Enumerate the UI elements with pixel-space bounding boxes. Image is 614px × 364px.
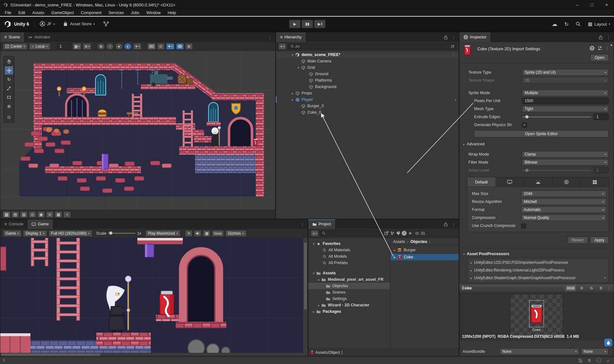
hierarchy-item-scene[interactable]: ▾ demo_scene_FREE* ⋮	[276, 52, 459, 58]
apply-button[interactable]: Apply	[590, 237, 609, 244]
menu-services[interactable]: Services	[105, 11, 127, 15]
search-icon[interactable]	[576, 21, 581, 27]
hierarchy-menu-kebab[interactable]: ⋮	[451, 35, 456, 40]
preview-header[interactable]: Coke RGB R G B ⋮	[459, 284, 614, 292]
visible-count[interactable]: 31	[415, 231, 425, 236]
pixels-per-unit-field[interactable]: 1500	[522, 98, 609, 104]
vsync-toggle[interactable]: ☀	[185, 230, 192, 237]
channel-r-button[interactable]: R	[578, 285, 586, 291]
tab-scene[interactable]: # Scene	[0, 32, 24, 42]
platform-tab-windows[interactable]	[581, 177, 609, 187]
foldout-caret-icon[interactable]: ▾	[296, 66, 301, 69]
layers-dropdown[interactable]: ✦▾	[166, 43, 174, 50]
use-crunch-checkbox[interactable]	[521, 223, 526, 228]
wireframe-mode-button[interactable]: ○	[106, 43, 114, 50]
shadows-toggle-button[interactable]: ●	[115, 43, 123, 50]
step-button[interactable]: ▶	[314, 20, 326, 28]
assetbundle-variant-dropdown[interactable]: None▾	[581, 348, 609, 355]
preview-drag-handle[interactable]	[474, 287, 563, 289]
menu-assets[interactable]: Assets	[29, 11, 48, 15]
foldout-caret-icon[interactable]: ▸	[290, 92, 295, 95]
help-icon[interactable]: ?	[590, 46, 594, 51]
mute-audio-toggle[interactable]	[194, 230, 201, 237]
metrics-toggle[interactable]: ▦	[203, 230, 210, 237]
scene-visibility-button[interactable]	[176, 43, 184, 50]
breadcrumb-assets[interactable]: Assets	[393, 239, 405, 244]
create-object-dropdown[interactable]: +▾	[279, 43, 286, 50]
display-dropdown[interactable]: Display 1▾	[23, 230, 47, 237]
foldout-caret-icon[interactable]: ▸	[290, 98, 295, 101]
version-control-icon[interactable]	[103, 21, 109, 27]
tile-picker-tool[interactable]: ⊙	[46, 211, 53, 218]
assetbundle-dropdown[interactable]: None▾	[500, 348, 579, 355]
scene-viewport[interactable]: ↻ ⊕ ⊙	[0, 51, 275, 210]
menu-window[interactable]: Window	[143, 11, 164, 15]
menu-jobs[interactable]: Jobs	[127, 11, 143, 15]
tile-select-tool[interactable]: ▥	[3, 211, 10, 218]
tile-extra-tool[interactable]: +	[63, 211, 71, 218]
project-folder-objectes[interactable]: Objectes	[308, 283, 390, 289]
tab-project[interactable]: Project	[308, 219, 335, 229]
transform-tool-button[interactable]: ⊕	[5, 102, 13, 110]
compression-dropdown[interactable]: Normal Quality▾	[521, 214, 606, 221]
menu-edit[interactable]: Edit	[15, 11, 29, 15]
project-menu-kebab[interactable]: ⋮	[451, 222, 456, 227]
tile-move-tool[interactable]: ▤	[12, 211, 19, 218]
channel-rgb-button[interactable]: RGB	[566, 285, 576, 291]
project-folder-scenes[interactable]: Scenes	[308, 289, 390, 295]
close-button[interactable]: ×	[599, 0, 614, 10]
hierarchy-item-background[interactable]: Background	[276, 84, 459, 90]
generate-physics-checkbox[interactable]: ✓	[522, 123, 527, 127]
platform-tab-web[interactable]	[553, 177, 581, 187]
layers-status-icon[interactable]: ≣	[588, 358, 591, 363]
project-packages-root[interactable]: ▸ Packages	[308, 308, 390, 315]
tile-fill-tool[interactable]: ▣	[37, 211, 45, 218]
rect-tool-button[interactable]	[5, 93, 13, 101]
advanced-foldout[interactable]: ▸ Advanced	[463, 142, 485, 146]
inspector-menu-kebab[interactable]: ⋮	[606, 35, 610, 40]
project-file-burger[interactable]: ▸ Burger	[391, 247, 459, 253]
menu-help[interactable]: Help	[164, 11, 180, 15]
scale-tool-button[interactable]	[5, 84, 13, 93]
filter-mode-dropdown[interactable]: Bilinear▾	[522, 159, 609, 166]
tile-erase-tool[interactable]: ▩	[55, 211, 62, 218]
hierarchy-item-ground[interactable]: Ground	[276, 71, 459, 77]
hand-tool-button[interactable]	[5, 57, 13, 66]
shaded-mode-button[interactable]: ⊕	[97, 43, 105, 50]
snap-increment-field[interactable]: 1	[57, 43, 71, 50]
pause-button[interactable]: ▮▮	[302, 20, 313, 28]
mesh-type-dropdown[interactable]: Tight▾	[522, 106, 609, 112]
status-ok-icon[interactable]: ✓	[596, 358, 601, 363]
revert-button[interactable]: Revert	[568, 237, 588, 244]
2d-toggle-button[interactable]: 2D	[148, 43, 156, 50]
game-view-dropdown[interactable]: Game▾	[3, 230, 21, 237]
tile-brush-tool[interactable]: ▨	[20, 211, 28, 218]
platform-tab-standalone[interactable]	[496, 177, 524, 187]
preset-icon[interactable]	[598, 46, 602, 50]
breadcrumb-objectes[interactable]: Objectes	[410, 239, 427, 244]
hierarchy-search-input[interactable]: All	[288, 44, 456, 49]
custom-tool-button[interactable]: ⊙	[5, 113, 13, 121]
history-icon[interactable]: ↻	[564, 21, 569, 27]
tab-console[interactable]: ≡ Console	[0, 219, 28, 229]
channel-g-button[interactable]: G	[588, 285, 595, 291]
format-dropdown[interactable]: Automatic▾	[521, 206, 606, 213]
favorites-star-icon[interactable]: ★	[408, 231, 412, 236]
label-tag-icon[interactable]	[396, 231, 400, 235]
camera-overlay-button[interactable]: ≣	[185, 43, 193, 50]
scale-slider[interactable]	[108, 233, 135, 234]
menu-file[interactable]: File	[1, 11, 15, 15]
prefab-open-arrow[interactable]: ›	[455, 97, 456, 102]
tab-inspector[interactable]: i Inspector	[459, 32, 490, 42]
wrap-mode-dropdown[interactable]: Clamp▾	[522, 151, 609, 158]
hierarchy-item-main-camera[interactable]: Main Camera	[276, 58, 459, 64]
foldout-caret-icon[interactable]: ▾	[290, 53, 295, 57]
minimize-button[interactable]: –	[570, 0, 585, 10]
lock-icon[interactable]	[444, 35, 448, 39]
platform-tab-android[interactable]	[524, 177, 553, 187]
resize-algorithm-dropdown[interactable]: Mitchell▾	[521, 198, 606, 205]
create-asset-dropdown[interactable]: +▾	[311, 230, 319, 237]
rotate-tool-button[interactable]: ↻	[5, 75, 13, 84]
alert-icon[interactable]: !	[402, 231, 407, 236]
menu-component[interactable]: Component	[77, 11, 105, 15]
